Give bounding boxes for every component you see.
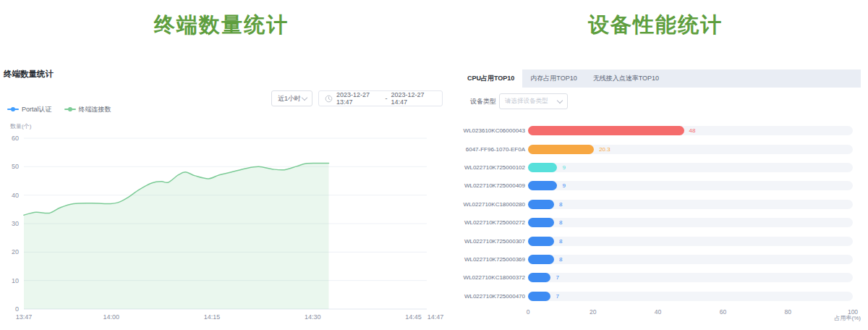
bar-track [528,255,853,264]
bar-row: 6047-FF96-1070-EF0A20.3 [459,140,861,158]
x-axis-tick: 20 [590,308,596,316]
x-axis-tick: 60 [720,308,726,316]
left-section-title: 终端数量统计 [0,11,443,40]
bar-category-label: WL022710K725000369 [459,256,525,263]
bar-category-label: WL022710K725000409 [459,182,525,189]
bar-area: 8 [528,237,853,246]
performance-tabbar: CPU占用TOP10 内存占用TOP10 无线接入点速率TOP10 [459,69,861,88]
bar [528,292,550,301]
bar-category-label: WL022710K725000307 [459,238,525,245]
bar-value-label: 20.3 [599,146,610,153]
chevron-down-icon [557,97,563,103]
bar-category-label: WL023610KC06000043 [459,127,525,134]
bar-category-label: WL022710KC18000280 [459,201,525,208]
bar-area: 8 [528,200,853,209]
tab-cpu-top10[interactable]: CPU占用TOP10 [459,69,522,88]
bar-x-axis-title: 占用率(%) [835,314,861,322]
date-range-picker[interactable]: 2023-12-27 13:47 - 2023-12-27 14:47 [318,90,443,106]
line-chart-canvas [0,119,448,329]
y-axis-tick: 10 [0,277,19,284]
device-type-placeholder: 请选择设备类型 [505,97,548,106]
bar-row: WL022710KC180003727 [459,268,861,287]
bar-area: 9 [528,181,853,190]
bar-value-label: 9 [562,164,565,171]
bar [528,273,550,282]
right-section-title: 设备性能统计 [448,11,862,40]
bar [528,163,557,172]
connections-area [24,164,329,309]
bar-rows: WL023610KC06000043486047-FF96-1070-EF0A2… [459,122,861,305]
bar-area: 8 [528,218,853,227]
y-axis-tick: 30 [0,220,19,227]
bar-track [528,273,853,282]
bar-value-label: 9 [562,182,565,189]
y-axis-tick: 20 [0,248,19,255]
bar-row: WL022710KC180002808 [459,195,861,213]
tab-wireless-rate-top10[interactable]: 无线接入点速率TOP10 [585,69,667,88]
bar [528,218,554,227]
bar-category-label: 6047-FF96-1070-EF0A [459,146,525,153]
bar-row: WL022710K7250004707 [459,287,861,305]
date-range-end: 2023-12-27 14:47 [391,91,437,106]
bar-track [528,181,853,190]
legend-item-connections[interactable]: 终端连接数 [64,105,111,114]
bar-area: 7 [528,273,853,282]
device-type-label: 设备类型 [470,97,496,106]
bar [528,126,684,135]
legend-label-portal: Portal认证 [22,105,52,114]
x-axis-tick: 14:00 [95,313,127,321]
legend-label-connections: 终端连接数 [79,105,111,114]
bar-x-axis: 020406080100 [528,305,853,316]
bar [528,145,594,154]
time-range-select[interactable]: 近1小时 [271,90,312,106]
legend-item-portal[interactable]: Portal认证 [7,105,52,114]
bar-value-label: 8 [559,219,562,226]
bar-track [528,218,853,227]
bar-category-label: WL022710K725000272 [459,219,525,226]
time-range-value: 近1小时 [278,94,301,103]
bar-row: WL023610KC0600004348 [459,122,861,140]
legend-marker-connections [64,106,76,112]
bar-row: WL022710K7250001029 [459,158,861,177]
bar-row: WL022710K7250003698 [459,250,861,268]
x-axis-tick: 80 [784,308,791,316]
x-axis-tick: 14:30 [297,313,328,321]
bar-value-label: 7 [556,274,558,281]
device-type-select[interactable]: 请选择设备类型 [499,93,568,109]
x-axis-tick: 40 [655,308,661,316]
bar-category-label: WL022710K725000470 [459,293,525,300]
bar-value-label: 7 [556,293,558,300]
cpu-top10-bar-chart: WL023610KC06000043486047-FF96-1070-EF0A2… [459,122,861,330]
bar [528,237,554,246]
bar-area: 8 [528,255,853,264]
bar-value-label: 48 [689,127,696,134]
y-axis-tick: 40 [0,192,19,199]
y-axis-tick: 60 [0,135,19,142]
bar-track [528,163,853,172]
bar-track [528,237,853,246]
bar-area: 9 [528,163,853,172]
bar-row: WL022710K7250004099 [459,177,861,195]
bar-value-label: 8 [559,256,562,263]
terminal-count-line-chart: 010203040506013:4714:0014:1514:3014:4514… [0,119,448,329]
bar-row: WL022710K7250003078 [459,232,861,250]
x-axis-tick: 14:15 [196,313,228,321]
date-range-start: 2023-12-27 13:47 [336,91,382,106]
bar-area: 48 [528,126,853,135]
bar-area: 7 [528,292,853,301]
bar-value-label: 8 [559,238,562,245]
chevron-down-icon [302,94,307,100]
bar [528,200,554,209]
y-axis-tick: 50 [0,163,19,170]
bar-category-label: WL022710KC18000372 [459,274,525,281]
bar [528,255,554,264]
clock-icon [325,95,333,103]
tab-memory-top10[interactable]: 内存占用TOP10 [522,69,584,88]
bar-row: WL022710K7250002728 [459,213,861,232]
legend-marker-portal [7,106,19,112]
x-axis-tick: 14:47 [420,313,451,321]
x-axis-tick: 13:47 [8,313,40,321]
x-axis-tick: 0 [527,308,530,316]
bar [528,181,557,190]
bar-area: 20.3 [528,145,853,154]
